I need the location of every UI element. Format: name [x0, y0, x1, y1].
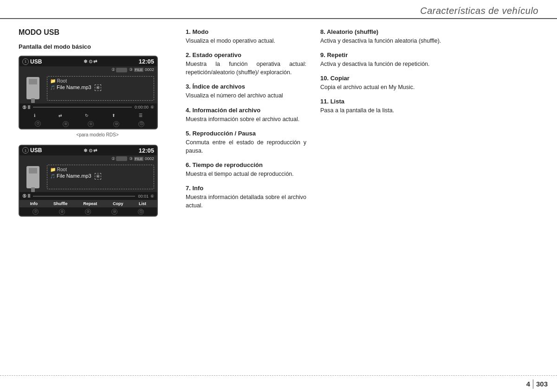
num-row-rds: ⑦ ⑧ ⑨ ⑩ ⑪ — [19, 120, 157, 129]
desc-text-r11: Pasa a la pantalla de la lista. — [320, 106, 538, 115]
usb-topbar-1: 1 USB ❄ ⊙ ⇄ 12:05 — [19, 57, 157, 66]
usb-screen-rds: 1 USB ❄ ⊙ ⇄ 12:05 ② ③ FILE 0002 — [19, 56, 158, 129]
usb-info-2: 📁 Root 🎵 File Name.mp3 ④ — [47, 165, 154, 189]
main-content: MODO USB Pantalla del modo básico 1 USB … — [0, 19, 557, 366]
btn-info-s2: Info — [30, 201, 38, 206]
icon-list-rds: ☰ — [139, 113, 142, 118]
right-column: 8. Aleatorio (shuffle) Activa y desactiv… — [311, 28, 538, 362]
filename-rds: 🎵 File Name.mp3 ④ — [50, 84, 151, 90]
usb-topbar-2: 1 USB ❄ ⊙ ⇄ 12:05 — [19, 146, 157, 155]
folder-rds: 📁 Root — [50, 78, 151, 84]
file-indicator-rds: ③ FILE 0002 — [129, 67, 154, 72]
btn-shuffle-s2: Shuffle — [53, 201, 68, 206]
usb-info-1: 📁 Root 🎵 File Name.mp3 ④ — [47, 76, 154, 101]
usb-body-2: 📁 Root 🎵 File Name.mp3 ④ — [19, 162, 157, 192]
desc-title-r8: 8. Aleatorio (shuffle) — [320, 28, 538, 35]
icon-info-rds: ℹ — [34, 113, 35, 118]
subsection-title: Pantalla del modo básico — [19, 43, 176, 50]
desc-title-4: 4. Información del archivo — [186, 107, 306, 114]
circle-6-rds: ⑥ — [150, 105, 154, 109]
n8-s2: ⑧ — [59, 208, 65, 215]
usb-icons-1: ❄ ⊙ ⇄ — [84, 59, 97, 64]
desc-title-r9: 9. Repetir — [320, 51, 538, 58]
btn-copy-s2: Copy — [113, 201, 123, 206]
progress-line-rds — [33, 107, 132, 108]
chapter-number: 4 — [526, 380, 530, 388]
desc-item-r8: 8. Aleatorio (shuffle) Activa y desactiv… — [320, 28, 538, 45]
n11-s2: ⑪ — [138, 208, 144, 215]
usb-progress-2: ⑤ II 00:01 ⑥ — [19, 192, 157, 200]
desc-title-r10: 10. Copiar — [320, 75, 538, 82]
progress-line-s2 — [33, 196, 135, 197]
desc-item-r10: 10. Copiar Copia el archivo actual en My… — [320, 75, 538, 91]
desc-item-1: 1. Modo Visualiza el modo operativo actu… — [186, 28, 306, 45]
desc-title-r11: 11. Lista — [320, 98, 538, 105]
icon-shuffle-rds: ⇄ — [58, 113, 62, 118]
desc-text-6: Muestra el tiempo actual de reproducción… — [186, 170, 306, 178]
n7-s2: ⑦ — [32, 208, 39, 215]
desc-item-r11: 11. Lista Pasa a la pantalla de la lista… — [320, 98, 538, 115]
desc-text-1: Visualiza el modo operativo actual. — [186, 37, 306, 45]
desc-item-r9: 9. Repetir Activa y desactiva la función… — [320, 51, 538, 68]
desc-title-2: 2. Estado operativo — [186, 51, 306, 58]
desc-item-2: 2. Estado operativo Muestra la función o… — [186, 51, 306, 77]
num-row-s2: ⑦ ⑧ ⑨ ⑩ ⑪ — [19, 207, 157, 216]
desc-title-3: 3. Índice de archivos — [186, 83, 306, 90]
folder-s2: 📁 Root — [50, 167, 151, 172]
circle-1-rds: 1 — [22, 58, 29, 65]
filename-s2: 🎵 File Name.mp3 ④ — [50, 173, 151, 179]
n7-rds: ⑦ — [32, 120, 44, 128]
usb-time-2: 12:05 — [139, 147, 154, 154]
icon-repeat-rds: ↻ — [85, 113, 89, 118]
usb-body-1: 📁 Root 🎵 File Name.mp3 ④ — [19, 73, 157, 103]
n9-s2: ⑨ — [85, 208, 91, 215]
usb-icons-row-rds: ℹ ⇄ ↻ ⬆ ☰ — [19, 111, 157, 120]
desc-text-7: Muestra información detallada sobre el a… — [186, 193, 306, 210]
circle-4-s2: ④ — [95, 173, 101, 180]
icon-copy-rds: ⬆ — [112, 113, 116, 118]
n11-rds: ⑪ — [138, 120, 144, 128]
desc-text-r9: Activa y desactiva la función de repetic… — [320, 60, 538, 68]
desc-title-1: 1. Modo — [186, 28, 306, 35]
usb-btn-labels-s2: Info Shuffle Repeat Copy List — [19, 200, 157, 207]
n10-s2: ⑩ — [111, 208, 117, 215]
desc-item-3: 3. Índice de archivos Visualiza el númer… — [186, 83, 306, 100]
usb-progress-1: ⑤ II 0:00:00 ⑥ — [19, 103, 157, 111]
time-rds: 0:00:00 — [135, 105, 149, 109]
descriptions-mid: 1. Modo Visualiza el modo operativo actu… — [186, 28, 306, 210]
page-title: Características de vehículo — [420, 6, 538, 16]
middle-column: 1. Modo Visualiza el modo operativo actu… — [176, 28, 311, 362]
left-column: MODO USB Pantalla del modo básico 1 USB … — [19, 28, 176, 362]
file-indicator-s2: ③ FILE 0002 — [129, 156, 154, 161]
btn-list-s2: List — [139, 201, 146, 206]
desc-text-4: Muestra información sobre el archivo act… — [186, 115, 306, 123]
page-footer: 4 303 — [0, 375, 557, 392]
page-number: 303 — [536, 380, 548, 388]
desc-text-2: Muestra la función operativa actual: rep… — [186, 60, 306, 77]
desc-text-r10: Copia el archivo actual en My Music. — [320, 83, 538, 91]
n8-rds: ⑧ — [63, 120, 69, 128]
circle-2-s2: ② — [111, 156, 128, 161]
playstate-s2: ⑤ II — [22, 193, 30, 199]
usb-screen-2: 1 USB ❄ ⊙ ⇄ 12:05 ② ③ FILE 0002 — [19, 145, 158, 217]
desc-title-5: 5. Reproducción / Pausa — [186, 130, 306, 137]
page-separator — [533, 379, 533, 389]
n9-rds: ⑨ — [88, 120, 94, 128]
page-header: Características de vehículo — [0, 0, 557, 19]
section-title: MODO USB — [19, 28, 176, 37]
usb-subbar-1: ② ③ FILE 0002 — [19, 66, 157, 73]
circle-1-s2: 1 — [22, 147, 29, 154]
circle-4-rds: ④ — [95, 84, 101, 91]
desc-title-6: 6. Tiempo de reproducción — [186, 161, 306, 168]
page-indicator: 4 303 — [526, 379, 548, 389]
desc-item-6: 6. Tiempo de reproducción Muestra el tie… — [186, 161, 306, 178]
circle-6-s2: ⑥ — [150, 194, 154, 199]
desc-item-4: 4. Información del archivo Muestra infor… — [186, 107, 306, 123]
desc-title-7: 7. Info — [186, 185, 306, 192]
desc-item-7: 7. Info Muestra información detallada so… — [186, 185, 306, 210]
playstate-rds: ⑤ II — [22, 105, 30, 110]
n10-rds: ⑩ — [113, 120, 119, 128]
usb-label-1: USB — [30, 58, 42, 65]
desc-text-r8: Activa y desactiva la función aleatoria … — [320, 37, 538, 45]
usb-icon-1 — [22, 76, 43, 101]
